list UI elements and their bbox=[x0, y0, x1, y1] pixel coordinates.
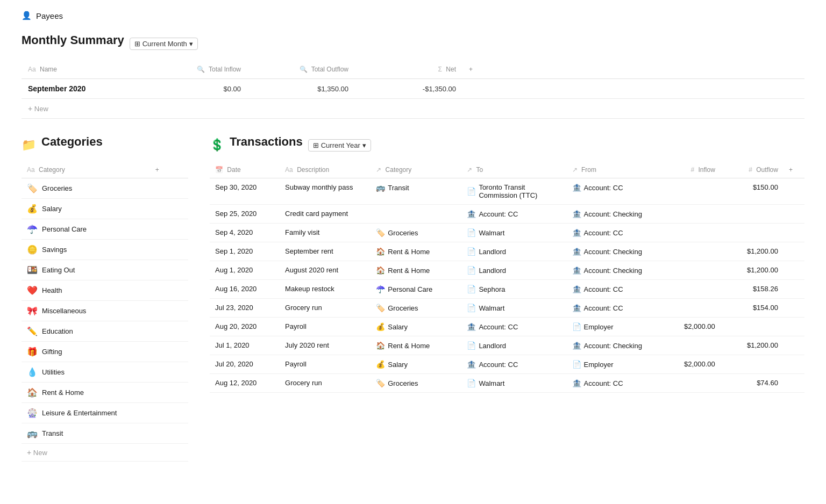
summary-row-inflow: $0.00 bbox=[140, 79, 247, 99]
summary-new-row[interactable]: + New bbox=[22, 99, 804, 119]
tx-category: 🏠Rent & Home bbox=[371, 242, 461, 261]
tx-category: ☂️Personal Care bbox=[371, 280, 461, 299]
payees-label: Payees bbox=[36, 11, 63, 20]
tx-from: 🏦Account: CC bbox=[567, 280, 658, 299]
transactions-dropdown[interactable]: ⊞ Current Year ▾ bbox=[308, 139, 371, 152]
table-row[interactable]: Aug 1, 2020 August 2020 rent 🏠Rent & Hom… bbox=[210, 261, 804, 280]
tx-date: Aug 16, 2020 bbox=[210, 280, 280, 299]
tx-col-plus[interactable]: + bbox=[784, 162, 804, 178]
tx-category: 💰Salary bbox=[371, 318, 461, 336]
table-row[interactable]: Jul 20, 2020 Payroll 💰Salary 🏦Account: C… bbox=[210, 355, 804, 374]
table-row[interactable]: Aug 16, 2020 Makeup restock ☂️Personal C… bbox=[210, 280, 804, 299]
tx-outflow bbox=[721, 355, 784, 374]
category-icon: 💧 bbox=[27, 367, 38, 377]
tx-outflow: $150.00 bbox=[721, 178, 784, 205]
tx-inflow bbox=[658, 336, 721, 355]
list-item[interactable]: 🚌 Transit bbox=[22, 423, 188, 444]
transactions-dropdown-label: Current Year bbox=[321, 141, 360, 149]
list-item[interactable]: 🍱 Eating Out bbox=[22, 260, 188, 280]
tx-description: July 2020 rent bbox=[280, 336, 371, 355]
tx-description: Grocery run bbox=[280, 299, 371, 318]
table-row[interactable]: Aug 12, 2020 Grocery run 🏷️Groceries 📄Wa… bbox=[210, 374, 804, 393]
category-cell: 🎀 Miscellaneous bbox=[22, 301, 188, 321]
tx-category: 🏷️Groceries bbox=[371, 299, 461, 318]
tx-description: August 2020 rent bbox=[280, 261, 371, 280]
categories-col-plus[interactable]: + bbox=[150, 162, 188, 178]
tx-inflow bbox=[658, 299, 721, 318]
category-label: Eating Out bbox=[42, 266, 75, 274]
tx-to: 🏦Account: CC bbox=[461, 355, 566, 374]
cell-label: Toronto Transit Commission (TTC) bbox=[479, 183, 561, 199]
chevron-down-icon: ▾ bbox=[189, 40, 193, 48]
category-label: Gifting bbox=[42, 348, 62, 356]
bank-icon: 🏦 bbox=[467, 360, 476, 369]
tx-inflow bbox=[658, 261, 721, 280]
table-row[interactable]: Jul 1, 2020 July 2020 rent 🏠Rent & Home … bbox=[210, 336, 804, 355]
tx-from: 🏦Account: Checking bbox=[567, 261, 658, 280]
cell-label: Account: CC bbox=[479, 210, 518, 218]
table-row[interactable]: Sep 30, 2020 Subway monthly pass 🚌Transi… bbox=[210, 178, 804, 205]
tx-outflow: $1,200.00 bbox=[721, 261, 784, 280]
categories-col-header: Aa Category bbox=[22, 162, 150, 178]
category-icon: ❤️ bbox=[27, 285, 38, 296]
summary-col-plus[interactable]: + bbox=[462, 60, 804, 79]
categories-title: Categories bbox=[41, 135, 103, 149]
tx-inflow: $2,000.00 bbox=[658, 318, 721, 336]
list-item[interactable]: 🏷️ Groceries bbox=[22, 178, 188, 199]
category-icon: ☂️ bbox=[376, 285, 385, 293]
payees-header: 👤 Payees bbox=[22, 11, 804, 20]
monthly-summary-title: Monthly Summary bbox=[22, 33, 124, 47]
category-cell: 🏠 Rent & Home bbox=[22, 383, 188, 403]
tx-col-outflow: # Outflow bbox=[721, 162, 784, 178]
table-row[interactable]: Aug 20, 2020 Payroll 💰Salary 🏦Account: C… bbox=[210, 318, 804, 336]
transactions-table: 📅 Date Aa Description ↗ Category ↗ To ↗ bbox=[210, 162, 804, 393]
cell-label: Account: CC bbox=[584, 229, 623, 237]
doc-icon: 📄 bbox=[467, 304, 476, 312]
tx-row-plus bbox=[784, 374, 804, 393]
monthly-summary-table: Aa Name 🔍 Total Inflow 🔍 Total Outflow Σ… bbox=[22, 60, 804, 119]
tx-to: 🏦Account: CC bbox=[461, 318, 566, 336]
list-item[interactable]: 🎡 Leisure & Entertainment bbox=[22, 403, 188, 423]
list-item[interactable]: 🎁 Gifting bbox=[22, 342, 188, 362]
list-item[interactable]: 🎀 Miscellaneous bbox=[22, 301, 188, 321]
bank-icon: 🏦 bbox=[572, 379, 581, 387]
category-cell: ✏️ Education bbox=[22, 321, 188, 342]
doc-icon: 📄 bbox=[467, 247, 476, 256]
monthly-summary-dropdown[interactable]: ⊞ Current Month ▾ bbox=[130, 38, 198, 50]
summary-col-inflow: 🔍 Total Inflow bbox=[140, 60, 247, 79]
list-item[interactable]: 🪙 Savings bbox=[22, 240, 188, 260]
list-item[interactable]: ☂️ Personal Care bbox=[22, 219, 188, 240]
list-item[interactable]: ✏️ Education bbox=[22, 321, 188, 342]
list-item[interactable]: 🏠 Rent & Home bbox=[22, 383, 188, 403]
cell-label: Personal Care bbox=[388, 285, 432, 293]
tx-description: Payroll bbox=[280, 355, 371, 374]
list-item[interactable]: 💰 Salary bbox=[22, 199, 188, 219]
table-row[interactable]: Sep 25, 2020 Credit card payment 🏦Accoun… bbox=[210, 205, 804, 224]
cell-label: Transit bbox=[388, 184, 409, 192]
tx-to: 📄Landlord bbox=[461, 242, 566, 261]
list-item[interactable]: 💧 Utilities bbox=[22, 362, 188, 383]
tx-from: 🏦Account: Checking bbox=[567, 242, 658, 261]
tx-category: 🏠Rent & Home bbox=[371, 336, 461, 355]
table-row[interactable]: Sep 4, 2020 Family visit 🏷️Groceries 📄Wa… bbox=[210, 224, 804, 242]
cell-label: Account: Checking bbox=[584, 342, 642, 350]
table-row[interactable]: Sep 1, 2020 September rent 🏠Rent & Home … bbox=[210, 242, 804, 261]
doc-icon: 📄 bbox=[467, 228, 476, 237]
cell-label: Groceries bbox=[388, 304, 418, 312]
tx-description: September rent bbox=[280, 242, 371, 261]
tx-description: Payroll bbox=[280, 318, 371, 336]
category-icon: 🚌 bbox=[27, 428, 38, 438]
tx-row-plus bbox=[784, 318, 804, 336]
tx-from: 🏦Account: Checking bbox=[567, 336, 658, 355]
list-item[interactable]: ❤️ Health bbox=[22, 280, 188, 301]
cell-label: Salary bbox=[388, 323, 408, 331]
doc-icon: 📄 bbox=[572, 360, 581, 369]
cell-label: Salary bbox=[388, 361, 408, 369]
table-row[interactable]: Jul 23, 2020 Grocery run 🏷️Groceries 📄Wa… bbox=[210, 299, 804, 318]
cell-label: Walmart bbox=[479, 304, 504, 312]
category-cell: 💰 Salary bbox=[22, 199, 188, 219]
cell-label: Walmart bbox=[479, 229, 504, 237]
category-new-row[interactable]: + New bbox=[22, 444, 188, 462]
cell-label: Account: CC bbox=[584, 304, 623, 312]
tx-col-date: 📅 Date bbox=[210, 162, 280, 178]
